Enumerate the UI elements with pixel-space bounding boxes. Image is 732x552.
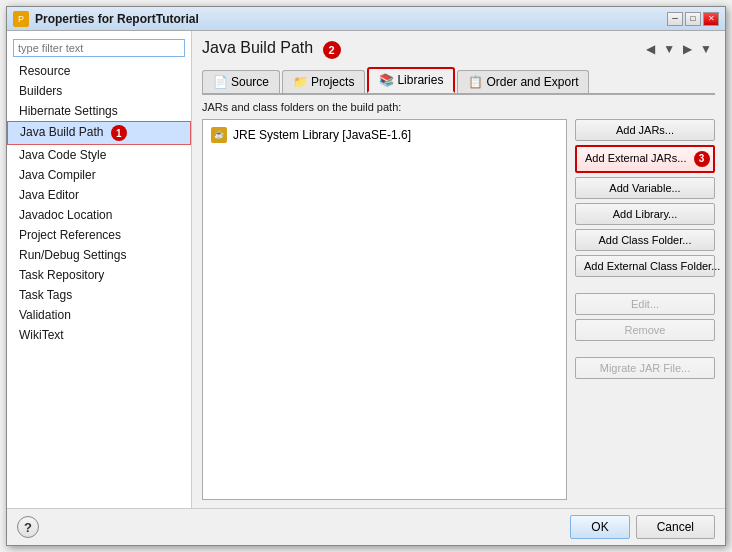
sidebar-item-hibernate-settings[interactable]: Hibernate Settings	[7, 101, 191, 121]
title-bar-left: P Properties for ReportTutorial	[13, 11, 199, 27]
add-library-button[interactable]: Add Library...	[575, 203, 715, 225]
nav-forward-dropdown-button[interactable]: ▼	[697, 41, 715, 57]
sidebar-item-project-references[interactable]: Project References	[7, 225, 191, 245]
properties-window: P Properties for ReportTutorial ─ □ ✕ Re…	[6, 6, 726, 546]
sidebar-item-java-build-path[interactable]: Java Build Path 1	[7, 121, 191, 145]
sidebar-badge-1: 1	[111, 125, 127, 141]
sidebar-item-task-repository[interactable]: Task Repository	[7, 265, 191, 285]
libraries-list[interactable]: ☕ JRE System Library [JavaSE-1.6]	[202, 119, 567, 500]
add-variable-button[interactable]: Add Variable...	[575, 177, 715, 199]
main-panel: Java Build Path 2 ◀ ▼ ▶ ▼ 📄 Source 📁	[192, 31, 725, 508]
window-icon: P	[13, 11, 29, 27]
ok-button[interactable]: OK	[570, 515, 629, 539]
sidebar-item-validation[interactable]: Validation	[7, 305, 191, 325]
main-title: Java Build Path	[202, 39, 313, 56]
nav-back-button[interactable]: ◀	[643, 41, 658, 57]
jre-icon: ☕	[211, 127, 227, 143]
sidebar-item-java-compiler[interactable]: Java Compiler	[7, 165, 191, 185]
bottom-buttons: OK Cancel	[570, 515, 715, 539]
sidebar-item-javadoc-location[interactable]: Javadoc Location	[7, 205, 191, 225]
window-title: Properties for ReportTutorial	[35, 12, 199, 26]
sidebar-item-run-debug-settings[interactable]: Run/Debug Settings	[7, 245, 191, 265]
close-button[interactable]: ✕	[703, 12, 719, 26]
sidebar-item-builders[interactable]: Builders	[7, 81, 191, 101]
panel-body: ☕ JRE System Library [JavaSE-1.6] Add JA…	[202, 119, 715, 500]
source-tab-icon: 📄	[213, 75, 227, 89]
tab-order-export[interactable]: 📋 Order and Export	[457, 70, 589, 93]
help-button[interactable]: ?	[17, 516, 39, 538]
order-export-tab-icon: 📋	[468, 75, 482, 89]
nav-dropdown-button[interactable]: ▼	[660, 41, 678, 57]
maximize-button[interactable]: □	[685, 12, 701, 26]
list-item[interactable]: ☕ JRE System Library [JavaSE-1.6]	[207, 124, 562, 146]
title-bar: P Properties for ReportTutorial ─ □ ✕	[7, 7, 725, 31]
cancel-button[interactable]: Cancel	[636, 515, 715, 539]
add-external-class-folder-button[interactable]: Add External Class Folder...	[575, 255, 715, 277]
add-external-jars-button[interactable]: Add External JARs... 3	[575, 145, 715, 173]
title-buttons: ─ □ ✕	[667, 12, 719, 26]
main-badge-2: 2	[323, 41, 341, 59]
remove-button[interactable]: Remove	[575, 319, 715, 341]
bottom-bar: ? OK Cancel	[7, 508, 725, 545]
tab-projects[interactable]: 📁 Projects	[282, 70, 365, 93]
main-title-area: Java Build Path 2	[202, 39, 341, 59]
tab-source[interactable]: 📄 Source	[202, 70, 280, 93]
edit-button[interactable]: Edit...	[575, 293, 715, 315]
spacer-2	[575, 345, 715, 353]
filter-input[interactable]	[13, 39, 185, 57]
projects-tab-icon: 📁	[293, 75, 307, 89]
libraries-tab-icon: 📚	[379, 73, 393, 87]
content-area: Resource Builders Hibernate Settings Jav…	[7, 31, 725, 508]
sidebar-item-java-editor[interactable]: Java Editor	[7, 185, 191, 205]
spacer-1	[575, 281, 715, 289]
minimize-button[interactable]: ─	[667, 12, 683, 26]
sidebar-item-wikitext[interactable]: WikiText	[7, 325, 191, 345]
sidebar-item-java-code-style[interactable]: Java Code Style	[7, 145, 191, 165]
main-header: Java Build Path 2 ◀ ▼ ▶ ▼	[202, 39, 715, 59]
nav-forward-button[interactable]: ▶	[680, 41, 695, 57]
button-badge-3: 3	[694, 151, 710, 167]
sidebar: Resource Builders Hibernate Settings Jav…	[7, 31, 192, 508]
nav-arrows: ◀ ▼ ▶ ▼	[643, 41, 715, 57]
tab-libraries[interactable]: 📚 Libraries	[367, 67, 455, 93]
add-jars-button[interactable]: Add JARs...	[575, 119, 715, 141]
sidebar-item-resource[interactable]: Resource	[7, 61, 191, 81]
sidebar-item-task-tags[interactable]: Task Tags	[7, 285, 191, 305]
description-text: JARs and class folders on the build path…	[202, 101, 715, 113]
add-class-folder-button[interactable]: Add Class Folder...	[575, 229, 715, 251]
tabs: 📄 Source 📁 Projects 📚 Libraries 📋 Order …	[202, 67, 715, 95]
buttons-panel: Add JARs... Add External JARs... 3 Add V…	[575, 119, 715, 500]
migrate-jar-button[interactable]: Migrate JAR File...	[575, 357, 715, 379]
